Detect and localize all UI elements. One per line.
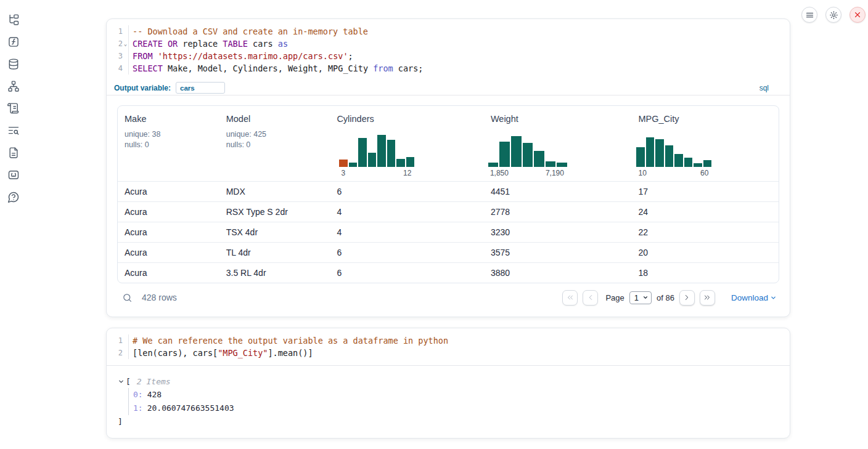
unique-count: unique: 425 (226, 129, 330, 140)
cell-make: Acura (118, 227, 219, 237)
histogram-bar (534, 151, 544, 167)
cell-cylinders: 4 (330, 207, 484, 217)
shutdown-button[interactable] (850, 7, 866, 23)
chevron-left-icon (586, 293, 595, 302)
histogram-bar (546, 161, 556, 167)
histogram-bar (499, 142, 510, 167)
cell-make: Acura (118, 207, 219, 217)
previous-page-button[interactable] (583, 290, 598, 305)
function-icon[interactable] (7, 36, 20, 48)
cell-cylinders: 6 (330, 268, 484, 278)
column-header-make[interactable]: Make unique: 38 nulls: 0 (118, 106, 219, 181)
histogram-bar (511, 136, 522, 167)
fold-chevron-icon[interactable]: ⌄ (123, 38, 128, 50)
line-number: 4 (107, 62, 123, 75)
code-line[interactable]: 1# We can reference the output variable … (107, 334, 790, 347)
document-icon[interactable] (7, 147, 20, 159)
axis-min-label: 1,850 (490, 169, 509, 177)
item-index: 0: (133, 390, 143, 399)
axis-min-label: 3 (341, 169, 345, 177)
output-variable-input[interactable] (176, 82, 225, 94)
column-header-mpg-city[interactable]: MPG_City 10 60 (631, 106, 779, 181)
search-icon[interactable] (122, 293, 133, 303)
code-line[interactable]: 4SELECT Make, Model, Cylinders, Weight, … (107, 62, 790, 75)
snippets-icon[interactable] (7, 169, 20, 181)
database-icon[interactable] (7, 58, 20, 70)
table-header-row: Make unique: 38 nulls: 0 Model unique: 4… (118, 106, 779, 181)
cell-make: Acura (118, 187, 219, 196)
cell-make: Acura (118, 248, 219, 257)
help-icon[interactable] (7, 191, 20, 203)
mpg-city-histogram: 10 60 (636, 134, 711, 177)
python-code-editor[interactable]: 1# We can reference the output variable … (107, 328, 790, 366)
sql-code-editor[interactable]: 1-- Download a CSV and create an in-memo… (107, 19, 790, 81)
scroll-icon[interactable] (7, 102, 20, 115)
line-number: 3 (107, 50, 123, 62)
fold-gutter (123, 50, 128, 62)
list-items: 0:428 1:20.060747663551403 (128, 388, 790, 415)
cell-weight: 2778 (484, 207, 632, 217)
histogram-bar (703, 160, 712, 167)
chevrons-right-icon (703, 293, 711, 302)
last-page-button[interactable] (700, 290, 715, 305)
code-line[interactable]: 3FROM 'https://datasets.marimo.app/cars.… (107, 50, 790, 62)
python-cell: 1# We can reference the output variable … (106, 328, 790, 439)
axis-min-label: 10 (638, 169, 646, 177)
item-index: 1: (133, 403, 143, 413)
collapse-chevron-icon[interactable] (118, 378, 126, 385)
column-header-cylinders[interactable]: Cylinders 3 12 (330, 106, 484, 181)
code-text: CREATE OR replace TABLE cars as (128, 38, 790, 50)
column-header-model[interactable]: Model unique: 425 nulls: 0 (219, 106, 330, 181)
page-select[interactable]: 1 (629, 291, 652, 304)
code-text: # We can reference the output variable a… (128, 334, 790, 347)
code-line[interactable]: 2⌄CREATE OR replace TABLE cars as (107, 38, 790, 50)
column-header-weight[interactable]: Weight 1,850 7,190 (484, 106, 632, 181)
fold-gutter (123, 25, 128, 38)
column-name: Cylinders (337, 114, 484, 124)
code-line[interactable]: 1-- Download a CSV and create an in-memo… (107, 25, 790, 38)
histogram-bar (523, 143, 533, 167)
cell-cylinders: 6 (330, 187, 484, 196)
log-search-icon[interactable] (7, 124, 20, 137)
pagination: Page 1 of 86 Download (562, 290, 777, 305)
histogram-bar (396, 159, 405, 167)
list-item: 1:20.060747663551403 (133, 402, 790, 415)
fold-gutter (123, 347, 128, 359)
cell-model: MDX (219, 187, 330, 196)
histogram-bar (557, 163, 567, 167)
table-row: Acura TL 4dr 6 3575 20 (118, 242, 779, 262)
histogram-bar (674, 154, 683, 167)
fold-gutter (123, 62, 128, 75)
cell-mpg-city: 18 (631, 268, 779, 278)
histogram-bar (377, 135, 386, 167)
unique-count: unique: 38 (125, 129, 219, 140)
cell-weight: 3230 (484, 227, 632, 237)
cell-cylinders: 4 (330, 227, 484, 237)
file-tree-icon[interactable] (7, 14, 20, 26)
axis-max-label: 60 (700, 169, 708, 177)
cylinders-histogram: 3 12 (339, 134, 414, 177)
settings-button[interactable] (825, 7, 841, 23)
page-select-value: 1 (634, 293, 639, 302)
open-bracket: [ (126, 377, 131, 386)
axis-max-label: 7,190 (546, 169, 564, 177)
data-table: Make unique: 38 nulls: 0 Model unique: 4… (117, 105, 779, 283)
notebook-actions (801, 7, 866, 23)
line-number: 1 (107, 334, 123, 347)
column-stats: unique: 425 nulls: 0 (226, 129, 330, 150)
code-text: SELECT Make, Model, Cylinders, Weight, M… (128, 62, 790, 75)
menu-button[interactable] (801, 7, 817, 23)
language-badge: sql (760, 84, 769, 92)
dependency-graph-icon[interactable] (7, 80, 20, 92)
chevrons-left-icon (566, 293, 575, 302)
column-stats: unique: 38 nulls: 0 (125, 129, 219, 150)
histogram-bar (684, 158, 693, 167)
first-page-button[interactable] (562, 290, 578, 305)
next-page-button[interactable] (679, 290, 695, 305)
histogram-bar (339, 160, 348, 167)
histogram-bar (368, 153, 377, 167)
table-row: Acura MDX 6 4451 17 (118, 181, 779, 201)
code-line[interactable]: 2[len(cars), cars["MPG_City"].mean()] (107, 347, 790, 359)
download-button[interactable]: Download (731, 293, 777, 302)
line-number: 1 (107, 25, 123, 38)
